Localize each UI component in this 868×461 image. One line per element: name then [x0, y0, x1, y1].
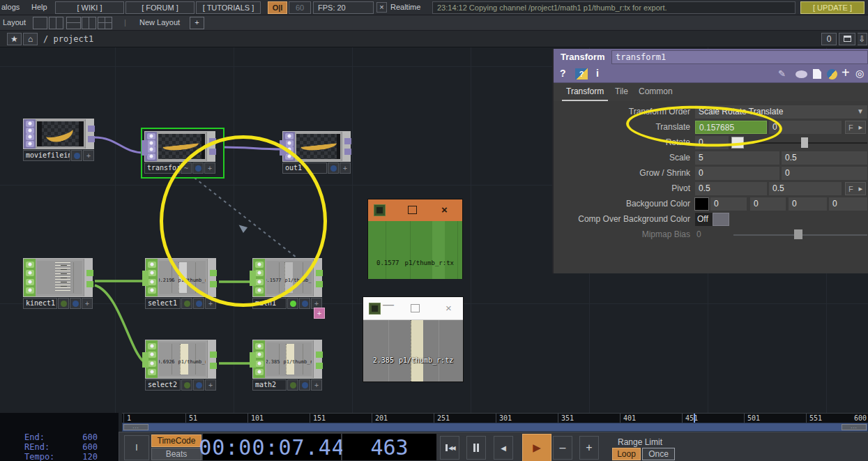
mipmap-bias-value[interactable]: 0 [696, 228, 701, 241]
node-name[interactable]: out1 [282, 163, 327, 174]
jump-to-start-button[interactable]: ◀◀ [440, 436, 459, 460]
step-forward-button[interactable]: + [579, 436, 599, 460]
bookmark-star-icon[interactable]: ★ [7, 33, 22, 45]
rotate-slider-handle[interactable] [801, 137, 808, 148]
rend-value[interactable]: 600 [66, 442, 98, 452]
comment-bubble-icon[interactable] [795, 70, 807, 78]
parameter-titlebar[interactable]: Transform transform1 [554, 49, 868, 66]
menu-help[interactable]: Help [31, 3, 47, 11]
step-back-button[interactable]: – [553, 436, 572, 460]
node-name[interactable]: kinect1 [23, 298, 57, 309]
channel-viewer-tz-window[interactable]: — × 2.385 p1/thumb_r:tz [363, 296, 464, 382]
minimize-icon[interactable]: — [383, 298, 394, 311]
layout-preset-two-col[interactable] [49, 17, 63, 29]
update-button[interactable]: [ UPDATE ] [800, 1, 865, 14]
node-transform1[interactable]: transform1 ~ + [144, 131, 215, 174]
display-flag[interactable] [299, 379, 310, 391]
grow-shrink-x-field[interactable]: 0 [695, 167, 779, 180]
node-add-flag[interactable]: + [205, 298, 216, 309]
output-connector[interactable] [344, 149, 351, 155]
viewer-tx-titlebar[interactable]: × [368, 199, 462, 221]
input-connector[interactable] [250, 271, 256, 286]
add-parameter-icon[interactable]: + [842, 65, 850, 81]
display-flag[interactable] [193, 379, 204, 391]
play-button[interactable]: ▶ [522, 434, 551, 461]
viewer-flag[interactable] [181, 379, 192, 391]
node-math1[interactable]: 0.1577p1/thumb_r math1 + [252, 258, 322, 309]
fps-60-button[interactable]: 60 [289, 1, 311, 14]
play-backwards-button[interactable]: ◀ [494, 436, 513, 460]
layout-preset-single[interactable] [33, 17, 47, 29]
pivot-x-field[interactable]: 0.5 [695, 182, 767, 195]
layout-preset-grid[interactable] [98, 17, 112, 29]
output-connector[interactable] [210, 281, 217, 287]
viewer-tz-titlebar[interactable]: — × [363, 297, 463, 320]
pop-out-button[interactable]: ⇩ [858, 33, 867, 45]
layout-preset-split[interactable] [82, 17, 96, 29]
background-color-r-field[interactable]: 0 [710, 197, 747, 211]
layout-preset-two-row[interactable] [66, 17, 81, 29]
comp-over-toggle-value[interactable]: Off [695, 213, 713, 226]
realtime-label[interactable]: Realtime [390, 3, 420, 11]
output-connector[interactable] [209, 149, 216, 155]
breadcrumb[interactable]: / project1 [43, 34, 93, 44]
background-color-g-field[interactable]: 0 [750, 197, 786, 211]
node-flags-column[interactable] [24, 259, 36, 296]
output-connector[interactable] [316, 270, 323, 276]
pivot-f-button[interactable]: F▸ [845, 182, 866, 195]
input-connector[interactable] [280, 140, 286, 156]
pause-button[interactable] [466, 436, 486, 460]
menu-dialogs[interactable]: alogs [1, 3, 20, 11]
background-color-swatch[interactable] [694, 197, 709, 211]
input-connector[interactable] [142, 352, 149, 368]
realtime-checkbox[interactable]: × [376, 2, 387, 13]
marker-button[interactable]: I [124, 435, 149, 460]
node-name[interactable]: math1 [252, 298, 287, 309]
input-connector[interactable] [250, 352, 256, 368]
comment-flag[interactable]: ~ [181, 163, 192, 174]
output-connector[interactable] [88, 126, 95, 132]
input-connector[interactable] [142, 271, 149, 286]
tempo-value[interactable]: 120 [66, 452, 98, 461]
node-select1[interactable]: 0.2196p1/thumb_r select1 + [145, 258, 216, 309]
timeline-ruler[interactable]: 1 51 101 151 201 251 301 351 401 451 501… [122, 413, 868, 423]
scrollbar-right-handle[interactable]: ... [842, 424, 867, 430]
bullseye-icon[interactable]: ◎ [855, 68, 864, 79]
tab-transform[interactable]: Transform [562, 86, 608, 102]
display-flag[interactable] [299, 298, 310, 309]
translate-y-field[interactable]: 0 [769, 121, 842, 134]
node-add-flag[interactable]: + [83, 150, 94, 161]
viewer-flag[interactable] [71, 150, 82, 161]
node-add-flag[interactable]: + [205, 379, 216, 391]
node-add-flag[interactable]: + [204, 163, 215, 174]
mipmap-bias-slider-handle[interactable] [794, 229, 802, 239]
maximize-pane-button[interactable] [839, 33, 855, 45]
node-name[interactable]: math2 [252, 379, 287, 391]
beats-button[interactable]: Beats [151, 448, 201, 460]
operator-name-field[interactable]: transform1 [611, 50, 868, 64]
viewer-flag[interactable] [287, 379, 298, 391]
pivot-y-field[interactable]: 0.5 [769, 182, 842, 195]
viewer-flag[interactable] [328, 163, 339, 174]
pencil-icon[interactable]: ✎ [778, 68, 786, 79]
maximize-icon[interactable] [411, 304, 420, 312]
scale-y-field[interactable]: 0.5 [782, 151, 867, 165]
input-connector[interactable] [142, 140, 148, 156]
copy-parameters-icon[interactable] [813, 69, 821, 79]
scrollbar-left-handle[interactable]: ... [123, 424, 149, 430]
grow-shrink-y-field[interactable]: 0 [782, 167, 867, 180]
python-icon[interactable] [827, 69, 837, 80]
playhead[interactable] [694, 414, 695, 423]
tab-tile[interactable]: Tile [615, 86, 628, 96]
help-button[interactable]: ? [560, 68, 566, 79]
output-connector[interactable] [210, 363, 217, 369]
once-button[interactable]: Once [642, 448, 675, 460]
node-moviefilein1[interactable]: moviefilein1 + [23, 119, 94, 161]
output-connector[interactable] [210, 270, 217, 276]
rotate-handle-box[interactable] [731, 137, 744, 149]
display-flag[interactable] [70, 298, 81, 309]
comp-over-toggle-handle[interactable] [713, 213, 729, 226]
node-add-flag[interactable]: + [82, 298, 93, 309]
oi-toggle[interactable]: O|I [268, 1, 287, 14]
output-connector[interactable] [209, 138, 216, 144]
